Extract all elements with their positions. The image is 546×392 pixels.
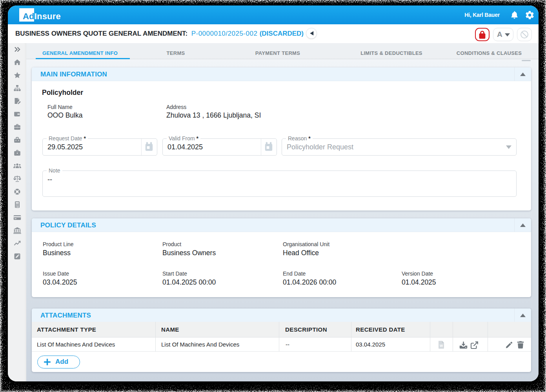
svg-text:W: W	[440, 344, 443, 348]
